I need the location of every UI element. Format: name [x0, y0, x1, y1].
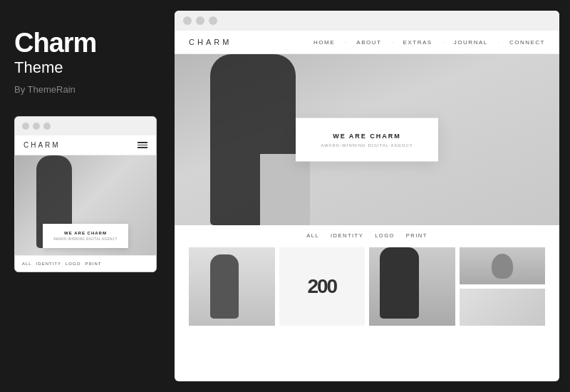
desktop-hero-card: WE ARE CHARM AWARD-WINNING DIGITAL AGENC…	[296, 118, 438, 162]
desktop-filter-all[interactable]: ALL	[306, 232, 319, 239]
desktop-nav-sep-3: ·	[442, 39, 444, 46]
grid-item-person	[189, 247, 275, 326]
theme-name-bold: Charm	[14, 29, 157, 58]
desktop-titlebar	[175, 11, 559, 31]
mobile-filter-all[interactable]: ALL	[22, 262, 32, 266]
grid-dark-person-silhouette	[380, 247, 419, 319]
desktop-filter-logo[interactable]: LOGO	[375, 232, 395, 239]
desktop-filter-print[interactable]: PRINT	[406, 232, 428, 239]
mobile-hero: WE ARE CHARM AWARD-WINNING DIGITAL AGENC…	[15, 155, 156, 255]
mobile-logo: CHARM	[24, 141, 61, 149]
mobile-titlebar	[15, 117, 156, 135]
desktop-legs-shape	[260, 154, 310, 225]
grid-item-number: 200	[279, 247, 366, 326]
grid-col-right	[460, 247, 546, 326]
grid-number-display: 200	[307, 275, 336, 298]
desktop-preview: CHARM HOME · ABOUT · EXTRAS · JOURNAL · …	[175, 11, 559, 381]
desktop-nav-sep-1: ·	[345, 39, 346, 46]
desktop-hero-card-subtitle: AWARD-WINNING DIGITAL AGENCY	[317, 143, 417, 148]
desktop-logo: CHARM	[189, 38, 232, 46]
desktop-dot-2	[196, 16, 204, 25]
grid-item-texture	[460, 289, 546, 326]
desktop-dot-1	[183, 16, 192, 25]
desktop-filter-identity[interactable]: IDENTITY	[331, 232, 363, 239]
face-shape	[492, 254, 513, 279]
desktop-nav-home[interactable]: HOME	[314, 39, 335, 46]
grid-item-dark-person	[369, 247, 455, 326]
mobile-dot-1	[22, 123, 29, 130]
desktop-dot-3	[209, 16, 217, 25]
mobile-filter-identity[interactable]: IDENTITY	[36, 262, 61, 266]
desktop-preview-wrapper: CHARM HOME · ABOUT · EXTRAS · JOURNAL · …	[171, 0, 570, 392]
desktop-nav-extras[interactable]: EXTRAS	[403, 39, 432, 46]
grid-item-face	[460, 247, 546, 284]
grid-person-silhouette	[210, 254, 239, 319]
mobile-preview: CHARM WE ARE CHARM AWARD-WINNING DIGITAL…	[14, 116, 157, 272]
desktop-nav-sep-2: ·	[391, 39, 393, 46]
mobile-filter-logo[interactable]: LOGO	[66, 262, 81, 266]
sidebar-author: By ThemeRain	[14, 84, 157, 95]
mobile-hero-card-subtitle: AWARD-WINNING DIGITAL AGENCY	[53, 237, 118, 241]
mobile-dot-3	[43, 123, 51, 130]
mobile-hero-card: WE ARE CHARM AWARD-WINNING DIGITAL AGENC…	[43, 224, 128, 248]
desktop-hero-card-title: WE ARE CHARM	[317, 133, 417, 140]
desktop-nav-journal[interactable]: JOURNAL	[454, 39, 488, 46]
desktop-body: CHARM HOME · ABOUT · EXTRAS · JOURNAL · …	[175, 31, 559, 381]
mobile-hamburger-icon	[138, 142, 147, 148]
mobile-filters: ALL IDENTITY LOGO PRINT	[15, 255, 156, 272]
desktop-nav-about[interactable]: ABOUT	[356, 39, 381, 46]
sidebar: Charm Theme By ThemeRain CHARM WE ARE CH…	[0, 0, 171, 392]
desktop-portfolio-filters: ALL IDENTITY LOGO PRINT	[189, 232, 545, 239]
desktop-nav-sep-4: ·	[498, 39, 499, 46]
desktop-portfolio: ALL IDENTITY LOGO PRINT 200	[175, 225, 559, 333]
sidebar-title: Charm Theme	[14, 29, 157, 84]
desktop-nav: CHARM HOME · ABOUT · EXTRAS · JOURNAL · …	[175, 31, 559, 54]
mobile-hero-card-title: WE ARE CHARM	[53, 231, 118, 235]
mobile-dot-2	[33, 123, 40, 130]
mobile-nav: CHARM	[15, 135, 156, 155]
texture-shape	[460, 289, 546, 326]
mobile-content: CHARM WE ARE CHARM AWARD-WINNING DIGITAL…	[15, 135, 156, 272]
mobile-filter-print[interactable]: PRINT	[85, 262, 101, 266]
desktop-portfolio-grid: 200	[189, 247, 545, 326]
theme-name-light: Theme	[14, 58, 157, 77]
desktop-nav-connect[interactable]: CONNECT	[509, 39, 545, 46]
desktop-nav-links: HOME · ABOUT · EXTRAS · JOURNAL · CONNEC…	[314, 39, 545, 46]
desktop-hero: WE ARE CHARM AWARD-WINNING DIGITAL AGENC…	[175, 54, 559, 225]
